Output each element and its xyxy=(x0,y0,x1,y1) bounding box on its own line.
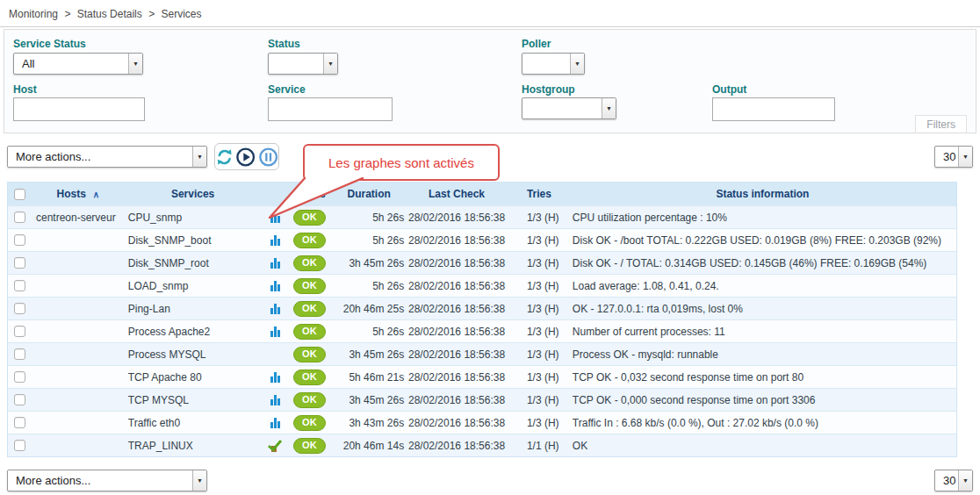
service-cell[interactable]: Traffic eth0 xyxy=(124,412,263,434)
chevron-down-icon xyxy=(602,98,616,118)
row-checkbox[interactable] xyxy=(14,257,25,269)
host-cell[interactable] xyxy=(32,298,124,319)
table-row: Disk_SNMP_bootOK5h 26s28/02/2016 18:56:3… xyxy=(8,228,956,251)
row-checkbox[interactable] xyxy=(14,212,25,223)
row-checkbox[interactable] xyxy=(14,234,25,246)
tries-cell: 1/3 (H) xyxy=(506,389,569,411)
footer-more-actions-select[interactable]: More actions... xyxy=(7,470,207,491)
host-cell[interactable] xyxy=(32,252,124,274)
play-icon[interactable] xyxy=(235,147,256,168)
header-status-information-label: Status information xyxy=(716,188,809,200)
graph-icon[interactable] xyxy=(270,235,280,246)
tries-cell: 1/3 (H) xyxy=(506,229,569,251)
graph-bar xyxy=(277,239,280,246)
hostgroup-select[interactable] xyxy=(522,97,616,119)
service-cell[interactable]: CPU_snmp xyxy=(124,206,263,228)
service-cell[interactable]: TCP Apache 80 xyxy=(124,366,263,388)
filters-tab[interactable]: Filters xyxy=(915,115,967,133)
header-hosts[interactable]: Hosts ∧ xyxy=(32,183,124,205)
row-checkbox[interactable] xyxy=(14,280,25,291)
tries-cell: 1/3 (H) xyxy=(506,412,569,434)
header-last-check[interactable]: Last Check xyxy=(407,183,506,205)
host-cell[interactable] xyxy=(32,412,124,434)
select-all-checkbox[interactable] xyxy=(14,189,25,200)
graph-icon[interactable] xyxy=(270,304,280,314)
service-cell[interactable]: Process MYSQL xyxy=(124,343,263,365)
status-information-cell: Traffic In : 6.68 kb/s (0.0 %), Out : 27… xyxy=(569,412,956,434)
graph-icon[interactable] xyxy=(270,326,280,337)
service-icon-cell xyxy=(262,229,288,251)
table-row: TCP MYSQLOK3h 45m 26s28/02/2016 18:56:38… xyxy=(8,388,956,411)
row-checkbox-cell xyxy=(8,412,32,434)
graph-icon[interactable] xyxy=(270,418,280,428)
graph-bar xyxy=(274,235,277,246)
graph-icon[interactable] xyxy=(270,258,280,269)
service-cell[interactable]: Ping-Lan xyxy=(124,298,263,319)
row-checkbox-cell xyxy=(8,366,32,388)
graph-icon[interactable] xyxy=(270,372,280,383)
status-information-cell: Disk OK - / TOTAL: 0.314GB USED: 0.145GB… xyxy=(569,252,956,274)
tries-cell: 1/3 (H) xyxy=(506,366,569,388)
row-checkbox[interactable] xyxy=(14,326,25,337)
breadcrumb-item-services[interactable]: Services xyxy=(161,8,201,20)
status-badge: OK xyxy=(293,255,326,271)
graph-bar xyxy=(270,285,273,291)
service-cell[interactable]: Disk_SNMP_boot xyxy=(124,229,263,251)
service-cell[interactable]: Disk_SNMP_root xyxy=(124,252,263,274)
sort-asc-icon[interactable]: ∧ xyxy=(93,190,99,199)
graph-icon[interactable] xyxy=(270,281,280,291)
host-cell[interactable] xyxy=(32,343,124,365)
service-cell[interactable]: Process Apache2 xyxy=(124,320,263,342)
host-cell[interactable] xyxy=(32,366,124,388)
row-checkbox-cell xyxy=(8,252,32,274)
service-cell[interactable]: TRAP_LINUX xyxy=(124,434,263,456)
service-label: Service xyxy=(268,83,306,96)
row-checkbox[interactable] xyxy=(14,371,25,383)
chevron-down-icon xyxy=(323,54,337,74)
graph-bar xyxy=(277,262,280,269)
refresh-icon[interactable] xyxy=(215,147,234,167)
host-cell[interactable] xyxy=(32,389,124,411)
chevron-down-icon xyxy=(128,54,142,74)
tries-cell: 1/1 (H) xyxy=(506,434,569,456)
table-row: TRAP_LINUXOK20h 46m 14s28/02/2016 18:56:… xyxy=(8,434,956,456)
breadcrumb-item-monitoring[interactable]: Monitoring xyxy=(9,8,58,20)
host-cell[interactable] xyxy=(32,320,124,342)
status-information-cell: OK xyxy=(569,434,956,456)
status-badge: OK xyxy=(293,438,326,454)
status-cell: OK xyxy=(288,320,330,342)
poller-select[interactable] xyxy=(522,53,585,75)
graph-icon[interactable] xyxy=(270,395,280,405)
graph-bar xyxy=(274,418,277,428)
row-checkbox[interactable] xyxy=(14,417,25,428)
duration-cell: 20h 46m 14s xyxy=(330,434,407,456)
pause-icon[interactable] xyxy=(258,147,278,168)
annotation-callout: Les graphes sont activés xyxy=(303,144,500,181)
header-services[interactable]: Services xyxy=(124,183,263,205)
host-cell[interactable] xyxy=(32,434,124,456)
more-actions-select[interactable]: More actions... xyxy=(7,146,207,168)
row-checkbox[interactable] xyxy=(14,440,25,451)
last-check-cell: 28/02/2016 18:56:38 xyxy=(407,343,506,365)
service-input[interactable] xyxy=(268,97,393,121)
row-checkbox[interactable] xyxy=(14,303,25,314)
footer-page-size-select[interactable]: 30 xyxy=(934,470,973,491)
breadcrumb-item-status-details[interactable]: Status Details xyxy=(77,8,142,20)
host-cell[interactable]: centreon-serveur xyxy=(32,206,124,228)
host-cell[interactable] xyxy=(32,275,124,297)
host-cell[interactable] xyxy=(32,229,124,251)
status-select[interactable] xyxy=(268,53,338,75)
output-input[interactable] xyxy=(712,97,835,121)
page-size-select[interactable]: 30 xyxy=(934,146,973,168)
service-status-select[interactable]: All xyxy=(13,53,143,75)
status-cell: OK xyxy=(288,412,330,434)
header-tries[interactable]: Tries xyxy=(506,183,569,205)
row-checkbox[interactable] xyxy=(14,394,25,405)
status-information-cell: TCP OK - 0,032 second response time on p… xyxy=(569,366,956,388)
service-cell[interactable]: TCP MYSQL xyxy=(124,389,263,411)
status-badge: OK xyxy=(293,347,326,362)
header-status-information[interactable]: Status information xyxy=(569,183,956,205)
service-cell[interactable]: LOAD_snmp xyxy=(124,275,263,297)
row-checkbox[interactable] xyxy=(14,348,25,360)
host-input[interactable] xyxy=(13,97,145,121)
